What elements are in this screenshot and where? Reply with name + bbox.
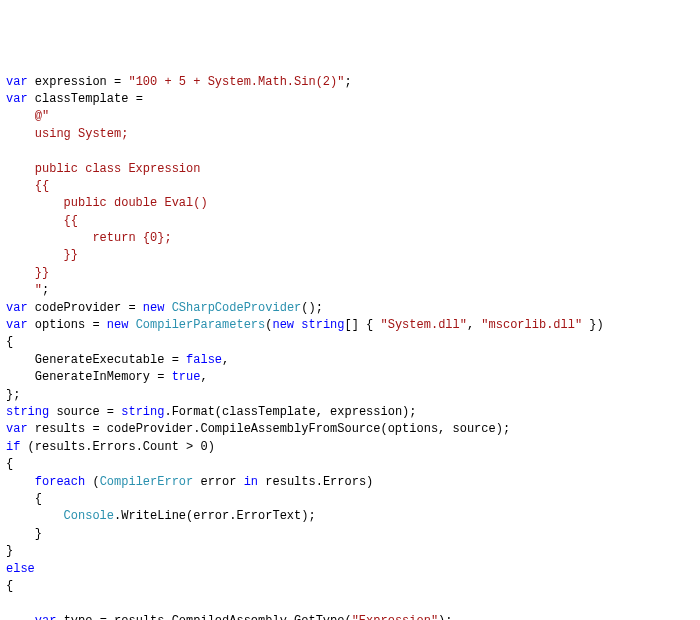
code-block: var expression = "100 + 5 + System.Math.… xyxy=(6,74,694,620)
code-token: , xyxy=(200,370,207,384)
code-token: "mscorlib.dll" xyxy=(481,318,582,332)
code-token: error xyxy=(193,475,243,489)
code-token: codeProvider = xyxy=(35,301,143,315)
code-token: "100 + 5 + System.Math.Sin(2)" xyxy=(128,75,344,89)
code-token: options = xyxy=(35,318,107,332)
code-token: " xyxy=(6,283,42,297)
code-token: (); xyxy=(301,301,323,315)
code-token: new xyxy=(272,318,301,332)
code-token: , xyxy=(222,353,229,367)
code-token: { xyxy=(6,335,13,349)
code-token: }} xyxy=(6,248,78,262)
code-token: if xyxy=(6,440,28,454)
code-token: else xyxy=(6,562,35,576)
code-token xyxy=(6,475,35,489)
code-token: }} xyxy=(6,266,49,280)
code-token: results.Errors) xyxy=(265,475,373,489)
code-token: GenerateExecutable = xyxy=(6,353,186,367)
code-token: source = xyxy=(56,405,121,419)
code-token: { xyxy=(6,457,13,471)
code-token: results = codeProvider.CompileAssemblyFr… xyxy=(35,422,510,436)
code-token: { xyxy=(6,579,13,593)
code-token: false xyxy=(186,353,222,367)
code-token: (results.Errors.Count > 0) xyxy=(28,440,215,454)
code-token: var xyxy=(35,614,64,620)
code-token xyxy=(6,509,64,523)
code-token: string xyxy=(121,405,164,419)
code-token: public class Expression xyxy=(6,162,200,176)
code-token: .Format(classTemplate, expression); xyxy=(164,405,416,419)
code-token: [] { xyxy=(345,318,381,332)
code-token xyxy=(6,614,35,620)
code-token: type = results.CompiledAssembly.GetType( xyxy=(64,614,352,620)
code-token: foreach xyxy=(35,475,93,489)
code-token: CompilerError xyxy=(100,475,194,489)
code-token: @" xyxy=(35,109,49,123)
code-token: { xyxy=(6,492,42,506)
code-token: ; xyxy=(42,283,49,297)
code-token: in xyxy=(244,475,266,489)
code-token: var xyxy=(6,75,35,89)
code-token: return {0}; xyxy=(6,231,172,245)
code-token: true xyxy=(172,370,201,384)
code-token: }; xyxy=(6,388,20,402)
code-token: "Expression" xyxy=(352,614,438,620)
code-token: string xyxy=(6,405,56,419)
code-token: "System.dll" xyxy=(381,318,467,332)
code-token: , xyxy=(467,318,481,332)
code-token: } xyxy=(6,544,13,558)
code-token xyxy=(6,109,35,123)
code-token: ( xyxy=(92,475,99,489)
code-token: {{ xyxy=(6,179,49,193)
code-token: }) xyxy=(582,318,604,332)
code-token: var xyxy=(6,422,35,436)
code-token: CompilerParameters xyxy=(136,318,266,332)
code-token: string xyxy=(301,318,344,332)
code-token: expression = xyxy=(35,75,129,89)
code-token: var xyxy=(6,318,35,332)
code-token: ; xyxy=(344,75,351,89)
code-token: new xyxy=(143,301,172,315)
code-token: {{ xyxy=(6,214,78,228)
code-token: public double Eval() xyxy=(6,196,208,210)
code-token: using System; xyxy=(6,127,128,141)
code-token: } xyxy=(6,527,42,541)
code-token: Console xyxy=(64,509,114,523)
code-token: GenerateInMemory = xyxy=(6,370,172,384)
code-token: ); xyxy=(438,614,452,620)
code-token: classTemplate = xyxy=(35,92,143,106)
code-token: var xyxy=(6,92,35,106)
code-token: CSharpCodeProvider xyxy=(172,301,302,315)
code-token: .WriteLine(error.ErrorText); xyxy=(114,509,316,523)
code-token: new xyxy=(107,318,136,332)
code-token: var xyxy=(6,301,35,315)
